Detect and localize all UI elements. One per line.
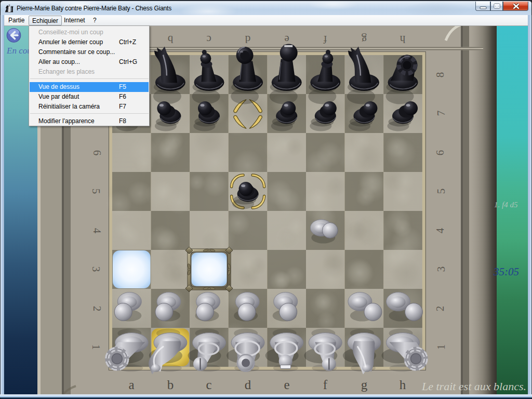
svg-text:g: g [361,378,368,392]
svg-text:1: 1 [435,344,447,350]
svg-text:2: 2 [91,306,103,312]
svg-text:h: h [400,33,405,46]
svg-text:5: 5 [435,189,447,194]
svg-text:d: d [245,378,251,392]
svg-text:5: 5 [90,189,102,194]
svg-text:3: 3 [90,267,102,272]
svg-text:b: b [168,33,174,46]
svg-text:h: h [400,378,406,392]
svg-text:3: 3 [435,267,447,272]
svg-text:2: 2 [434,306,446,312]
svg-text:1. f4 d5: 1. f4 d5 [494,201,518,209]
svg-text:Le trait est aux blancs.: Le trait est aux blancs. [421,380,526,393]
svg-text:d: d [245,33,250,46]
svg-text:e: e [284,33,289,46]
svg-text:35:05: 35:05 [493,265,519,278]
svg-text:f: f [324,33,327,46]
svg-text:6: 6 [434,150,446,156]
svg-text:e: e [284,378,289,392]
svg-text:6: 6 [91,150,103,156]
svg-text:8: 8 [434,72,446,78]
svg-text:b: b [167,378,174,392]
svg-text:1: 1 [90,344,102,350]
svg-text:c: c [206,378,211,392]
svg-text:c: c [206,33,211,46]
svg-text:f: f [323,378,328,392]
svg-text:En cou: En cou [6,46,32,56]
svg-text:4: 4 [434,228,446,233]
svg-text:4: 4 [91,228,103,234]
svg-text:7: 7 [435,111,447,116]
svg-text:g: g [361,33,367,46]
svg-text:a: a [128,378,134,392]
